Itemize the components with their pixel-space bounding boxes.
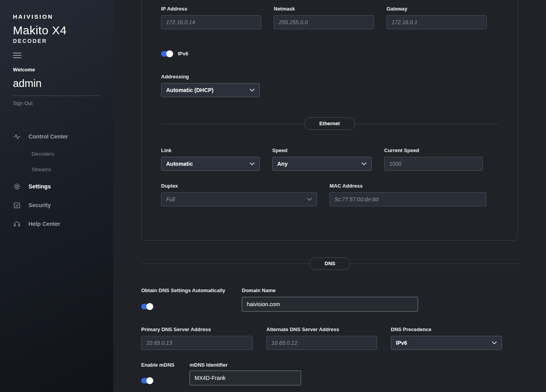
obtain-dns-toggle[interactable]	[141, 304, 152, 309]
ip-address-label: IP Address	[161, 6, 261, 12]
dns-precedence-value: IPv6	[396, 340, 407, 346]
link-label: Link	[161, 147, 260, 153]
duplex-dropdown: Full	[161, 192, 317, 206]
mdns-row: Enable mDNS mDNS Identifier	[141, 362, 519, 385]
mac-address-field: MAC Address	[330, 183, 486, 206]
mdns-identifier-input[interactable]	[190, 371, 301, 385]
primary-dns-label: Primary DNS Server Address	[141, 326, 253, 332]
username: admin	[13, 78, 113, 90]
sign-out-link[interactable]: Sign Out	[13, 100, 113, 106]
duplex-label: Duplex	[161, 183, 317, 189]
link-value: Automatic	[166, 161, 193, 167]
network-settings-card: IP Address Netmask Gateway IPv6 Addressi…	[141, 0, 518, 241]
link-field: Link Automatic	[161, 147, 260, 171]
chevron-down-icon	[492, 341, 497, 344]
netmask-label: Netmask	[274, 6, 374, 12]
obtain-dns-label: Obtain DNS Settings Automatically	[141, 287, 242, 293]
sidebar-item-label: Settings	[28, 183, 51, 190]
duplex-value: Full	[166, 196, 175, 202]
link-dropdown[interactable]: Automatic	[161, 157, 260, 171]
gear-icon	[13, 183, 21, 190]
security-check-icon	[13, 201, 21, 209]
sidebar-item-streams[interactable]: Streams	[13, 161, 113, 177]
toggle-knob	[166, 50, 173, 57]
sidebar-item-decoders[interactable]: Decoders	[13, 146, 113, 161]
netmask-input[interactable]	[274, 15, 374, 29]
alternate-dns-field: Alternate DNS Server Address	[266, 326, 377, 350]
addressing-value: Automatic (DHCP)	[166, 87, 213, 93]
main-content: IP Address Netmask Gateway IPv6 Addressi…	[113, 0, 546, 392]
ipv6-label: IPv6	[178, 51, 188, 57]
toggle-knob	[146, 303, 153, 310]
product-name: Makito X4	[13, 24, 113, 37]
ip-address-field: IP Address	[161, 6, 261, 29]
duplex-mac-row: Duplex Full MAC Address	[161, 183, 498, 206]
addressing-label: Addressing	[161, 74, 260, 80]
dns-precedence-dropdown[interactable]: IPv6	[391, 336, 502, 350]
domain-name-field: Domain Name	[242, 287, 418, 312]
dns-obtain-row: Obtain DNS Settings Automatically Domain…	[141, 287, 519, 312]
mac-address-input	[330, 192, 486, 206]
link-speed-row: Link Automatic Speed Any	[161, 147, 498, 171]
dns-precedence-field: DNS Precedence IPv6	[391, 326, 502, 350]
dns-section-divider: DNS	[141, 257, 519, 270]
dns-precedence-label: DNS Precedence	[391, 326, 502, 332]
ip-config-row: IP Address Netmask Gateway	[161, 6, 498, 29]
netmask-field: Netmask	[274, 6, 374, 29]
speed-value: Any	[277, 161, 287, 167]
chevron-down-icon	[362, 162, 367, 165]
product-subtitle: DECODER	[13, 38, 113, 44]
addressing-field: Addressing Automatic (DHCP)	[161, 74, 260, 97]
mac-address-label: MAC Address	[330, 183, 486, 189]
dns-section: DNS Obtain DNS Settings Automatically Do…	[141, 257, 519, 385]
mdns-identifier-label: mDNS Identifier	[190, 362, 301, 368]
enable-mdns-label: Enable mDNS	[141, 362, 190, 368]
alternate-dns-label: Alternate DNS Server Address	[266, 326, 377, 332]
sidebar-item-settings[interactable]: Settings	[13, 177, 113, 196]
sidebar-item-label: Decoders	[32, 151, 54, 157]
sidebar-item-label: Streams	[32, 167, 51, 172]
page: HAIVISION Makito X4 DECODER Welcome admi…	[0, 0, 546, 392]
sidebar-item-security[interactable]: Security	[13, 196, 113, 215]
dns-servers-row: Primary DNS Server Address Alternate DNS…	[141, 326, 519, 350]
user-divider	[13, 96, 101, 96]
ethernet-section-divider: Ethernet	[161, 117, 498, 130]
sidebar: HAIVISION Makito X4 DECODER Welcome admi…	[0, 0, 113, 392]
welcome-label: Welcome	[13, 67, 113, 73]
alternate-dns-input[interactable]	[266, 336, 377, 350]
enable-mdns-field: Enable mDNS	[141, 362, 190, 385]
chevron-down-icon	[250, 89, 255, 92]
domain-name-input[interactable]	[242, 297, 418, 312]
sidebar-item-label: Control Center	[28, 133, 68, 140]
activity-icon	[13, 133, 21, 140]
ethernet-section-pill: Ethernet	[304, 117, 355, 130]
chevron-down-icon	[307, 198, 312, 201]
primary-dns-field: Primary DNS Server Address	[141, 326, 253, 350]
haivision-logo: HAIVISION	[13, 13, 113, 20]
hamburger-menu-icon[interactable]	[13, 53, 21, 58]
gateway-label: Gateway	[386, 6, 487, 12]
primary-dns-input[interactable]	[141, 336, 253, 350]
ip-address-input[interactable]	[161, 15, 261, 29]
headset-icon	[13, 220, 21, 228]
addressing-dropdown[interactable]: Automatic (DHCP)	[161, 83, 260, 97]
speed-field: Speed Any	[272, 147, 372, 171]
sidebar-item-control-center[interactable]: Control Center	[13, 127, 113, 146]
sidebar-item-help-center[interactable]: Help Center	[13, 215, 113, 233]
enable-mdns-toggle[interactable]	[141, 378, 152, 383]
gateway-input[interactable]	[386, 15, 487, 29]
current-speed-input	[384, 157, 483, 171]
domain-name-label: Domain Name	[242, 287, 418, 293]
ipv6-toggle[interactable]	[161, 51, 172, 57]
chevron-down-icon	[250, 162, 255, 165]
speed-dropdown[interactable]: Any	[272, 157, 372, 171]
gateway-field: Gateway	[386, 6, 487, 29]
speed-label: Speed	[272, 147, 372, 153]
mdns-identifier-field: mDNS Identifier	[190, 362, 301, 385]
dns-section-pill: DNS	[309, 257, 350, 270]
ipv6-toggle-row: IPv6	[161, 51, 498, 57]
current-speed-field: Current Speed	[384, 147, 483, 171]
obtain-dns-field: Obtain DNS Settings Automatically	[141, 287, 242, 312]
toggle-knob	[146, 377, 153, 384]
duplex-field: Duplex Full	[161, 183, 317, 206]
